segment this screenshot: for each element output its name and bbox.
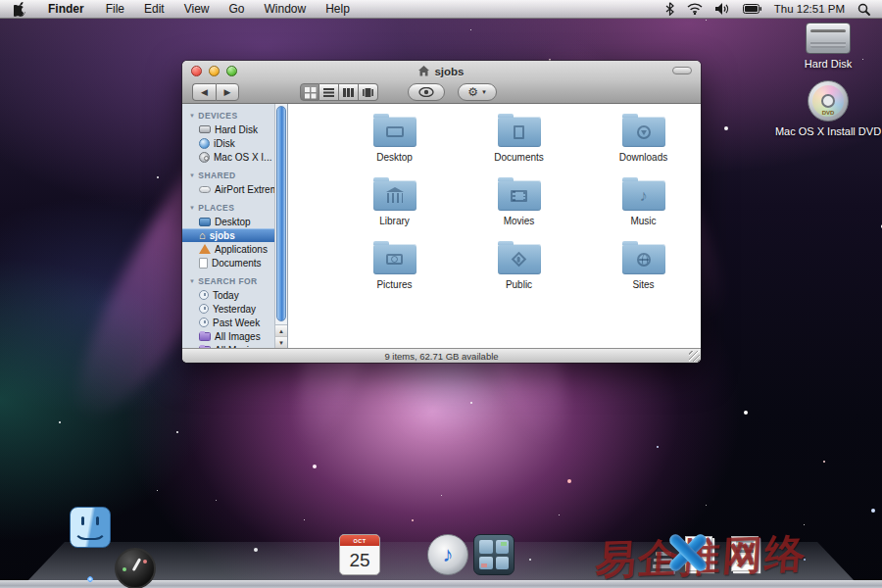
sidebar-section-shared[interactable]: ▼SHARED — [182, 169, 274, 182]
sidebar-section-devices[interactable]: ▼DEVICES — [182, 109, 274, 122]
status-text: 9 items, 62.71 GB available — [384, 351, 498, 362]
sidebar-scrollbar[interactable]: ▲ ▼ — [274, 104, 287, 348]
battery-icon[interactable] — [743, 4, 761, 14]
folder-desktop[interactable]: Desktop — [332, 114, 457, 177]
clock-icon — [199, 290, 209, 300]
menu-file[interactable]: File — [96, 0, 134, 19]
chevron-down-icon: ▼ — [481, 89, 487, 95]
apple-menu-icon[interactable] — [14, 2, 26, 17]
folder-public[interactable]: Public — [457, 241, 581, 305]
globe-emblem-icon — [637, 253, 651, 267]
scroll-up-arrow[interactable]: ▲ — [275, 325, 287, 336]
desktop-icon — [199, 218, 211, 226]
download-emblem-icon — [637, 125, 651, 139]
volume-icon[interactable] — [715, 3, 730, 15]
quick-look-button[interactable] — [408, 83, 445, 101]
library-emblem-icon — [387, 193, 403, 203]
back-button[interactable]: ◀ — [192, 83, 216, 101]
cd-icon — [199, 152, 210, 163]
hard-disk-label: Hard Disk — [805, 58, 852, 70]
folder-downloads[interactable]: Downloads — [581, 114, 701, 177]
wifi-icon[interactable] — [687, 3, 703, 15]
sidebar-item-idisk[interactable]: iDisk — [182, 136, 274, 150]
sidebar-item-hard-disk[interactable]: Hard Disk — [182, 122, 274, 136]
sidebar-item-applications[interactable]: Applications — [182, 242, 274, 256]
folder-library[interactable]: Library — [332, 177, 457, 241]
sidebar-section-search-for[interactable]: ▼SEARCH FOR — [182, 274, 274, 288]
folder-icon — [498, 244, 541, 274]
view-mode-segment — [300, 83, 378, 101]
dock-ical[interactable]: OCT 25 — [339, 534, 380, 575]
sidebar-item-airport-extreme[interactable]: AirPort Extreme — [182, 182, 274, 196]
spotlight-icon[interactable] — [858, 3, 870, 16]
smart-folder-icon — [199, 332, 211, 341]
dock-finder[interactable] — [70, 507, 111, 548]
list-view-button[interactable] — [319, 83, 339, 101]
sidebar-section-places[interactable]: ▼PLACES — [182, 201, 274, 215]
gear-icon: ⚙ — [467, 85, 478, 99]
disclosure-triangle-icon: ▼ — [189, 205, 195, 211]
menu-view[interactable]: View — [174, 0, 220, 19]
sidebar-item-desktop[interactable]: Desktop — [182, 215, 274, 228]
folder-label: Documents — [494, 152, 544, 163]
folder-sites[interactable]: Sites — [581, 241, 701, 305]
desktop-icon-install-dvd[interactable]: DVD Mac OS X Install DVD — [774, 80, 882, 137]
sidebar-item-yesterday[interactable]: Yesterday — [182, 302, 274, 316]
menu-edit[interactable]: Edit — [134, 0, 174, 19]
install-dvd-label: Mac OS X Install DVD — [775, 125, 881, 137]
status-bar: 9 items, 62.71 GB available — [182, 348, 701, 363]
folder-icon — [622, 244, 665, 274]
scroll-down-arrow[interactable]: ▼ — [275, 336, 287, 348]
forward-button[interactable]: ▶ — [216, 83, 239, 101]
folder-icon — [373, 117, 416, 147]
clock-icon — [199, 304, 209, 314]
folder-icon: ♪ — [622, 180, 665, 211]
sidebar-item-past-week[interactable]: Past Week — [182, 316, 274, 329]
resize-grip[interactable] — [689, 351, 700, 362]
dock-dashboard[interactable] — [115, 548, 156, 588]
folder-icon — [373, 180, 416, 211]
coverflow-view-button[interactable] — [359, 83, 378, 101]
menu-finder[interactable]: Finder — [36, 0, 96, 19]
folder-documents[interactable]: Documents — [457, 114, 581, 177]
desktop-icon-hard-disk[interactable]: Hard Disk — [774, 23, 882, 70]
sidebar-item-documents[interactable]: Documents — [182, 256, 274, 270]
folder-movies[interactable]: Movies — [457, 177, 581, 241]
sidebar-item-sjobs[interactable]: ⌂sjobs — [182, 228, 274, 242]
window-header[interactable]: sjobs ◀ ▶ — [182, 61, 701, 104]
hard-disk-icon — [199, 125, 211, 133]
sidebar-item-today[interactable]: Today — [182, 288, 274, 302]
menu-clock[interactable]: Thu 12:51 PM — [774, 3, 845, 15]
folder-icon — [622, 117, 665, 147]
icon-view-button[interactable] — [300, 83, 319, 101]
folder-label: Music — [630, 216, 656, 226]
dock-itunes[interactable] — [427, 534, 468, 575]
folder-pictures[interactable]: Pictures — [332, 241, 457, 305]
menu-help[interactable]: Help — [316, 0, 360, 19]
dvd-disc-text: DVD — [808, 110, 848, 116]
folder-icon — [498, 117, 541, 147]
menu-window[interactable]: Window — [255, 0, 317, 19]
document-emblem-icon — [514, 125, 524, 139]
folder-music[interactable]: ♪Music — [581, 177, 701, 241]
running-indicator — [87, 576, 93, 582]
sidebar-item-mac-os-x-install[interactable]: Mac OS X I... — [182, 150, 274, 164]
dock-spaces[interactable] — [473, 534, 514, 575]
folder-icon — [498, 180, 541, 211]
scrollbar-thumb[interactable] — [276, 106, 286, 321]
dvd-disc-icon: DVD — [808, 80, 849, 122]
folder-label: Library — [379, 216, 410, 226]
column-view-button[interactable] — [339, 83, 359, 101]
toolbar-toggle-button[interactable] — [672, 67, 692, 74]
action-menu-button[interactable]: ⚙▼ — [458, 83, 497, 101]
desktop-emblem-icon — [386, 126, 404, 137]
menu-go[interactable]: Go — [220, 0, 255, 19]
watermark-logo — [664, 531, 708, 574]
bluetooth-icon[interactable] — [665, 2, 674, 16]
folder-label: Movies — [504, 216, 535, 226]
sidebar-item-all-images[interactable]: All Images — [182, 329, 274, 343]
applications-icon — [199, 244, 211, 254]
idisk-icon — [199, 138, 210, 149]
airport-icon — [199, 186, 211, 193]
home-icon: ⌂ — [199, 230, 206, 240]
